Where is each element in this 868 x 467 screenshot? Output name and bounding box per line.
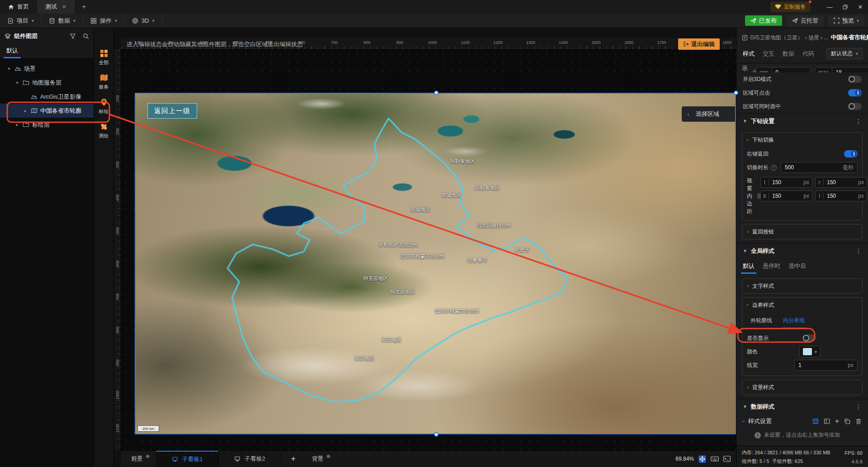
exit-edit-button[interactable]: 退出编辑 bbox=[678, 38, 720, 50]
section-drill-settings[interactable]: ▼下钻设置⋮ bbox=[736, 113, 868, 129]
map-region-label[interactable]: 吐鲁番市 bbox=[467, 257, 487, 264]
group-drill-switch-title[interactable]: ›下钻切换 bbox=[747, 133, 858, 147]
published-button[interactable]: 已发布 bbox=[745, 15, 782, 26]
close-tab-icon[interactable]: ✕ bbox=[62, 4, 66, 10]
zoom-level[interactable]: 69.84% bbox=[675, 456, 694, 462]
state-selector[interactable]: 默认状态▾ bbox=[826, 48, 863, 59]
table-view-icon[interactable] bbox=[812, 418, 819, 424]
section-data-style[interactable]: ▼数据样式⋮ bbox=[736, 399, 868, 414]
map-region-label[interactable]: 塔城地区 bbox=[441, 192, 461, 199]
artboard[interactable]: 阿勒泰地区阿勒泰地区塔城地区塔城地区昌吉回族自治州伊犁哈萨克自治州巴音郭楞蒙古自… bbox=[121, 50, 736, 450]
category-pin[interactable]: 标绘 bbox=[99, 98, 109, 115]
expander-icon[interactable]: ▾ bbox=[6, 66, 12, 71]
add-style-icon[interactable]: + bbox=[835, 417, 839, 425]
console-icon[interactable] bbox=[723, 456, 731, 462]
tab-style-hover[interactable]: 悬停时 bbox=[763, 262, 780, 274]
background-board[interactable]: 背景⊕ bbox=[306, 451, 337, 467]
map-region-label[interactable]: 和田地区 bbox=[354, 355, 374, 362]
map-region-label[interactable]: 昌吉回族自治州 bbox=[477, 222, 512, 229]
tree-item-地图服务层[interactable]: ▾地图服务层 bbox=[0, 76, 94, 90]
expander-icon[interactable]: ▸ bbox=[14, 122, 20, 127]
back-to-parent-button[interactable]: 返回上一级 bbox=[147, 103, 197, 119]
selection-handle-top-right[interactable] bbox=[734, 91, 738, 95]
max-level-input[interactable]: max18 bbox=[815, 67, 868, 72]
new-tab-button[interactable]: + bbox=[75, 0, 93, 14]
trash-icon[interactable] bbox=[855, 418, 862, 424]
section-global-style[interactable]: ▼全局样式⋮ bbox=[736, 243, 868, 258]
select-region-drawer[interactable]: ‹ 选择区域 bbox=[682, 106, 735, 122]
padding-top-input[interactable]: t150px bbox=[760, 177, 812, 188]
selection-handle-bottom[interactable] bbox=[434, 432, 439, 437]
copy-icon[interactable] bbox=[844, 418, 850, 424]
category-measure[interactable]: 测绘 bbox=[99, 122, 109, 139]
preview-button[interactable]: 预览▾ bbox=[828, 15, 864, 26]
map-region-label[interactable]: 阿克苏地区 bbox=[390, 289, 415, 295]
restore-button[interactable] bbox=[837, 0, 853, 14]
filter-icon[interactable] bbox=[70, 33, 76, 39]
tab-data[interactable]: 数据 bbox=[783, 50, 794, 58]
map-region-label[interactable]: 巴音郭楞蒙古自治州 bbox=[435, 308, 480, 315]
map-region-label[interactable]: 巴音郭楞蒙古自治州 bbox=[401, 253, 445, 260]
tab-document[interactable]: 测试 ✕ bbox=[37, 0, 75, 14]
foreground-board[interactable]: 前景⊕ bbox=[125, 451, 156, 467]
keyboard-icon[interactable] bbox=[711, 456, 719, 462]
tab-home[interactable]: 首页 bbox=[0, 0, 37, 14]
map-region-label[interactable]: 哈密市 bbox=[515, 247, 530, 253]
tree-item-ArcGis卫星影像[interactable]: ArcGis卫星影像 bbox=[0, 90, 94, 104]
tab-default-layer-group[interactable]: 默认 bbox=[6, 47, 18, 58]
group-background-style[interactable]: ›背景样式 bbox=[742, 380, 863, 395]
panel-view-icon[interactable] bbox=[824, 418, 830, 424]
menu-project[interactable]: 项目▾ bbox=[0, 14, 42, 28]
line-width-input[interactable]: 1px bbox=[794, 360, 858, 371]
kebab-menu-icon[interactable]: ⋮ bbox=[855, 118, 862, 125]
padding-left-input[interactable]: l150px bbox=[815, 191, 867, 201]
gis-map-component[interactable]: 阿勒泰地区阿勒泰地区塔城地区塔城地区昌吉回族自治州伊犁哈萨克自治州巴音郭楞蒙古自… bbox=[135, 93, 736, 434]
color-picker[interactable]: ▾ bbox=[799, 346, 821, 357]
selection-handle-top[interactable] bbox=[434, 91, 439, 95]
map-region-label[interactable]: 阿勒泰地区 bbox=[475, 185, 500, 191]
map-region-label[interactable]: 阿勒泰地区 bbox=[450, 158, 475, 165]
add-circle-icon[interactable]: ⊕ bbox=[326, 453, 330, 459]
min-level-input[interactable]: min0 bbox=[756, 67, 811, 72]
menu-operations[interactable]: 操作▾ bbox=[83, 14, 125, 28]
menu-data[interactable]: 数据▾ bbox=[42, 14, 83, 28]
map-region-label[interactable]: 阿克苏地区 bbox=[363, 275, 388, 282]
tab-inner-boundary[interactable]: 内分界线 bbox=[783, 317, 805, 329]
expander-icon[interactable]: ▸ bbox=[23, 108, 28, 113]
group-border-style-title[interactable]: ›边界样式 bbox=[747, 298, 858, 312]
map-region-label[interactable]: 塔城地区 bbox=[410, 206, 430, 213]
tab-style-selected[interactable]: 选中后 bbox=[788, 262, 806, 274]
tree-item-场景[interactable]: ▾场景 bbox=[0, 62, 94, 76]
add-board-button[interactable]: + bbox=[281, 451, 306, 467]
padding-right-input[interactable]: r150px bbox=[815, 177, 867, 188]
subboard-2-tab[interactable]: 子看板2 bbox=[218, 451, 281, 467]
tab-style[interactable]: 样式 bbox=[743, 50, 755, 58]
add-circle-icon[interactable]: ⊕ bbox=[146, 453, 150, 459]
subboard-1-tab[interactable]: 子看板1 bbox=[156, 451, 218, 467]
toggle-show-boundary[interactable] bbox=[802, 334, 816, 342]
menu-3d[interactable]: 3D▾ bbox=[125, 14, 162, 28]
tab-outer-outline[interactable]: 外轮廓线 bbox=[750, 317, 772, 329]
toggle-region-clickable[interactable] bbox=[848, 89, 862, 96]
toggle-multi-select[interactable] bbox=[848, 103, 862, 110]
close-button[interactable]: ✕ bbox=[853, 0, 868, 14]
duration-input[interactable]: 500毫秒 bbox=[781, 162, 858, 173]
search-icon[interactable] bbox=[83, 33, 89, 39]
tab-code[interactable]: 代码 bbox=[802, 50, 814, 58]
group-back-button[interactable]: ›返回按钮 bbox=[742, 224, 863, 239]
map-region-label[interactable]: 伊犁哈萨克自治州 bbox=[378, 242, 418, 248]
map-region-label[interactable]: 和田地区 bbox=[382, 337, 401, 343]
cloud-hosting-button[interactable]: 云托管 bbox=[787, 15, 824, 26]
toggle-3d-mode[interactable] bbox=[848, 76, 862, 83]
category-grid[interactable]: 全部 bbox=[99, 49, 109, 66]
padding-bottom-input[interactable]: b150px bbox=[760, 191, 812, 201]
kebab-menu-icon[interactable]: ⋮ bbox=[855, 403, 862, 410]
tree-item-中国各省市轮廓[interactable]: ▸中国各省市轮廓 bbox=[0, 104, 94, 118]
tab-interaction[interactable]: 交互 bbox=[763, 50, 774, 58]
tab-style-default[interactable]: 默认 bbox=[743, 262, 755, 274]
toggle-right-click-back[interactable] bbox=[844, 150, 858, 157]
fit-view-icon[interactable] bbox=[698, 455, 706, 463]
expander-icon[interactable]: ▾ bbox=[14, 80, 20, 85]
kebab-menu-icon[interactable]: ⋮ bbox=[855, 248, 862, 255]
group-text-style[interactable]: ›文字样式 bbox=[742, 278, 863, 294]
